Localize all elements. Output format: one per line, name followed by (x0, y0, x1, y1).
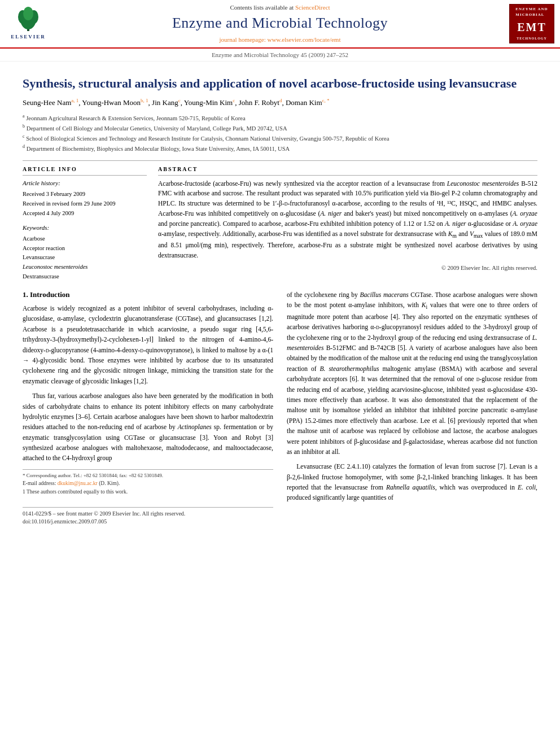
issn-line: 0141-0229/$ – see front matter © 2009 El… (23, 510, 273, 518)
elsevier-tree-icon (14, 7, 42, 32)
author-3: Jin Kang (152, 98, 178, 107)
footnote-1: 1 These authors contributed equally to t… (23, 488, 273, 496)
email-note: E-mail address: dkukim@jnu.ac.kr (D. Kim… (23, 479, 273, 487)
sciencedirect-line: Contents lists available at ScienceDirec… (51, 3, 509, 12)
page-footer: 0141-0229/$ – see front matter © 2009 El… (23, 507, 273, 526)
main-content: Synthesis, structural analysis and appli… (0, 62, 560, 537)
info-abstract-section: ARTICLE INFO Article history: Received 3… (23, 165, 537, 282)
intro-paragraph-2: Thus far, various acarbose analogues als… (23, 391, 273, 464)
author-4-sup: c (233, 98, 235, 103)
intro-section-title: 1. Introduction (23, 290, 273, 300)
body-section: 1. Introduction Acarbose is widely recog… (23, 290, 537, 526)
abstract-text: Acarbose-fructoside (acarbose-Fru) was n… (158, 179, 537, 261)
author-6-sup: c, * (322, 98, 330, 103)
intro-body-text: Acarbose is widely recognized as a poten… (23, 303, 273, 464)
emt-subtitle: ENZYME ANDMICROBIAL (515, 7, 548, 18)
abstract-copyright: © 2009 Elsevier Inc. All rights reserved… (158, 264, 537, 273)
body-right-col: of the cyclohexene ring by Bacillus mace… (287, 290, 537, 526)
journal-main-title: Enzyme and Microbial Technology (172, 13, 388, 33)
right-paragraph-1: of the cyclohexene ring by Bacillus mace… (287, 290, 537, 457)
keyword-2: Acceptor reaction (23, 244, 147, 254)
right-paragraph-2: Levansucrase (EC 2.4.1.10) catalyzes the… (287, 461, 537, 503)
journal-homepage: journal homepage: www.elsevier.com/locat… (220, 36, 341, 44)
body-left-col: 1. Introduction Acarbose is widely recog… (23, 290, 273, 526)
citation-line: Enzyme and Microbial Technology 45 (2009… (0, 49, 560, 61)
elsevier-text: ELSEVIER (11, 33, 46, 41)
divider-1 (23, 160, 537, 161)
elsevier-logo: ELSEVIER (6, 7, 51, 41)
section-title-text: Introduction (30, 290, 70, 299)
affiliation-b: b Department of Cell Biology and Molecul… (23, 123, 537, 133)
affiliation-c: c School of Biological Sciences and Tech… (23, 133, 537, 143)
article-info-header: ARTICLE INFO (23, 165, 147, 176)
email-link[interactable]: dkukim@jnu.ac.kr (58, 480, 98, 486)
journal-title-block: Enzyme and Microbial Technology journal … (51, 13, 509, 44)
article-info-column: ARTICLE INFO Article history: Received 3… (23, 165, 147, 282)
emt-big-label: EMT (517, 19, 546, 35)
keywords-section: Keywords: Acarbose Acceptor reaction Lev… (23, 224, 147, 281)
corresponding-note: * Corresponding author. Tel.: +82 62 530… (23, 472, 273, 480)
keyword-3: Levansucrase (23, 253, 147, 263)
author-1-sup: a, 1 (71, 98, 78, 103)
section-number: 1. (23, 290, 28, 299)
author-5: John F. Robyt (239, 98, 279, 107)
email-suffix: (D. Kim). (99, 480, 120, 486)
journal-header-center: Contents lists available at ScienceDirec… (51, 3, 509, 44)
author-6: Doman Kim (286, 98, 322, 107)
accepted-date: Accepted 4 July 2009 (23, 209, 147, 219)
keyword-5: Dextransucrase (23, 272, 147, 282)
email-label: E-mail address: (23, 480, 56, 486)
author-5-sup: d (279, 98, 282, 103)
article-dates: Received 3 February 2009 Received in rev… (23, 190, 147, 218)
sciencedirect-text: Contents lists available at (230, 4, 294, 11)
intro-paragraph-1: Acarbose is widely recognized as a poten… (23, 303, 273, 386)
authors-line: Seung-Hee Nama, 1, Young-Hwan Moonb, 1, … (23, 97, 537, 108)
sciencedirect-link[interactable]: ScienceDirect (295, 4, 330, 11)
keyword-4: Leuconostoc mesenteroides (23, 263, 147, 272)
affiliation-a: a Jeonnam Agricultural Research & Extens… (23, 113, 537, 123)
article-history-label: Article history: (23, 179, 147, 187)
received-date: Received 3 February 2009 (23, 190, 147, 199)
homepage-url[interactable]: www.elsevier.com/locate/emt (267, 36, 340, 43)
revised-date: Received in revised form 29 June 2009 (23, 199, 147, 209)
author-4: Young-Min Kim (184, 98, 233, 107)
keywords-label: Keywords: (23, 224, 147, 232)
homepage-label: journal homepage: (220, 36, 266, 43)
author-2-sup: b, 1 (141, 98, 148, 103)
author-2: Young-Hwan Moon (82, 98, 141, 107)
doi-line: doi:10.1016/j.enzmictec.2009.07.005 (23, 518, 273, 526)
author-3-sup: c (178, 98, 181, 103)
right-col-text: of the cyclohexene ring by Bacillus mace… (287, 290, 537, 503)
affiliations: a Jeonnam Agricultural Research & Extens… (23, 113, 537, 154)
keywords-list: Acarbose Acceptor reaction Levansucrase … (23, 234, 147, 282)
article-title: Synthesis, structural analysis and appli… (23, 76, 537, 92)
journal-header: ELSEVIER Contents lists available at Sci… (0, 0, 560, 49)
keyword-1: Acarbose (23, 234, 147, 244)
abstract-column: ABSTRACT Acarbose-fructoside (acarbose-F… (158, 165, 537, 282)
footnote-area: * Corresponding author. Tel.: +82 62 530… (23, 469, 273, 496)
svg-point-4 (23, 7, 33, 20)
abstract-header: ABSTRACT (158, 165, 537, 176)
affiliation-d: d Department of Biochemistry, Biophysics… (23, 143, 537, 153)
author-1: Seung-Hee Nam (23, 98, 71, 107)
emt-logo: ENZYME ANDMICROBIAL EMT TECHNOLOGY (509, 4, 554, 43)
emt-tech: TECHNOLOGY (517, 36, 547, 41)
